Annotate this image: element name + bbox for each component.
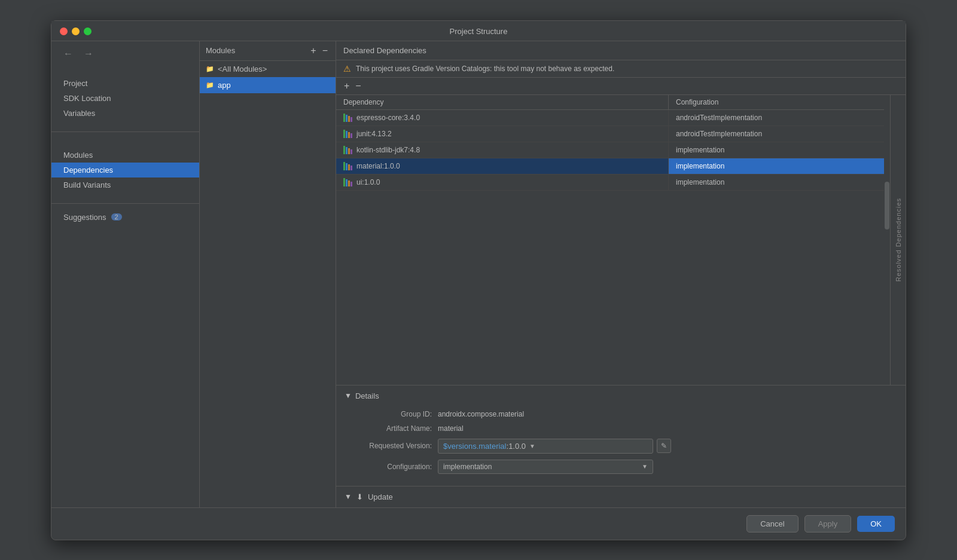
artifact-name-label: Artifact Name: [354, 424, 432, 433]
project-structure-dialog: Project Structure ← → Project SDK Locati… [51, 20, 906, 540]
details-body: Group ID: androidx.compose.material Arti… [336, 406, 906, 486]
modules-remove-button[interactable]: − [321, 46, 330, 56]
conf-cell-selected: implementation [669, 158, 884, 174]
details-section: ▼ Details Group ID: androidx.compose.mat… [336, 385, 906, 486]
table-row[interactable]: material:1.0.0 implementation [336, 158, 884, 175]
deps-remove-button[interactable]: − [353, 81, 362, 91]
update-title: Update [368, 492, 393, 501]
module-item-app[interactable]: 📁 app [200, 77, 336, 93]
detail-row-artifact: Artifact Name: material [354, 424, 888, 433]
nav-section-top: Project SDK Location Variables [51, 66, 199, 126]
svg-rect-11 [351, 149, 352, 154]
right-content: Declared Dependencies ⚠ This project use… [336, 41, 906, 507]
modules-panel-title: Modules [206, 46, 235, 55]
svg-rect-18 [348, 180, 350, 186]
dep-bar-icon [343, 146, 353, 154]
svg-rect-17 [346, 179, 348, 186]
table-row[interactable]: ui:1.0.0 implementation [336, 175, 884, 191]
sidebar-item-modules[interactable]: Modules [51, 148, 199, 163]
dep-cell: espresso-core:3.4.0 [336, 110, 669, 126]
close-button[interactable] [60, 27, 68, 35]
table-row[interactable]: espresso-core:3.4.0 androidTestImplement… [336, 110, 884, 126]
dep-cell: kotlin-stdlib-jdk7:4.8 [336, 142, 669, 158]
sidebar-item-variables[interactable]: Variables [51, 106, 199, 121]
module-app-icon: 📁 [206, 81, 214, 89]
update-header[interactable]: ▼ ⬇ Update [336, 486, 906, 507]
conf-cell: androidTestImplementation [669, 126, 884, 142]
sidebar-item-sdk-location[interactable]: SDK Location [51, 91, 199, 106]
version-plain-value: 1.0.0 [508, 442, 526, 451]
dep-name: ui:1.0.0 [356, 178, 380, 186]
sidebar-item-build-variants[interactable]: Build Variants [51, 178, 199, 192]
dialog-title: Project Structure [450, 27, 508, 36]
scrollbar-thumb[interactable] [885, 182, 889, 229]
version-dropdown[interactable]: $versions.material : 1.0.0 ▼ [438, 439, 653, 454]
deps-add-button[interactable]: + [342, 81, 351, 91]
table-row[interactable]: junit:4.13.2 androidTestImplementation [336, 126, 884, 142]
update-collapse-arrow: ▼ [345, 492, 352, 501]
dep-bar-icon [343, 178, 353, 186]
modules-header-actions: + − [309, 46, 330, 56]
module-app-label: app [218, 81, 231, 90]
svg-rect-13 [346, 163, 348, 170]
detail-row-version: Requested Version: $versions.material : … [354, 439, 888, 454]
details-header[interactable]: ▼ Details [336, 385, 906, 406]
resolved-tab-label: Resolved Dependencies [895, 198, 902, 281]
traffic-lights [60, 27, 92, 35]
maximize-button[interactable] [84, 27, 92, 35]
cancel-button[interactable]: Cancel [746, 515, 798, 533]
conf-cell: implementation [669, 175, 884, 190]
svg-rect-7 [351, 133, 352, 138]
minimize-button[interactable] [72, 27, 80, 35]
nav-divider [51, 131, 199, 132]
svg-rect-14 [348, 164, 350, 170]
table-row[interactable]: kotlin-stdlib-jdk7:4.8 implementation [336, 142, 884, 158]
forward-button[interactable]: → [81, 47, 96, 60]
modules-add-button[interactable]: + [309, 46, 318, 56]
dep-name: espresso-core:3.4.0 [356, 114, 420, 122]
version-dropdown-arrow: ▼ [529, 443, 535, 449]
nav-divider-2 [51, 203, 199, 204]
content-area: ← → Project SDK Location Variables Modul… [51, 41, 906, 507]
configuration-value: implementation [443, 463, 638, 471]
module-list: 📁 <All Modules> 📁 app [200, 61, 336, 507]
suggestions-label: Suggestions [63, 213, 106, 222]
navigation-controls: ← → [51, 41, 199, 66]
resolved-dependencies-tab[interactable]: Resolved Dependencies [890, 95, 906, 385]
conf-cell: androidTestImplementation [669, 110, 884, 126]
ok-button[interactable]: OK [857, 516, 895, 532]
deps-table: Dependency Configuration [336, 95, 884, 385]
dep-bar-icon [343, 114, 353, 122]
artifact-name-value: material [438, 424, 464, 433]
version-edit-button[interactable]: ✎ [657, 439, 671, 453]
sidebar-item-project[interactable]: Project [51, 76, 199, 91]
modules-panel-header: Modules + − [200, 41, 336, 61]
table-header: Dependency Configuration [336, 95, 884, 110]
module-item-all[interactable]: 📁 <All Modules> [200, 61, 336, 77]
modules-panel: Modules + − 📁 <All Modules> 📁 app [200, 41, 336, 507]
deps-toolbar: + − [336, 78, 906, 95]
dep-name: junit:4.13.2 [356, 130, 392, 138]
sidebar-item-suggestions[interactable]: Suggestions 2 [51, 210, 199, 225]
configuration-dropdown[interactable]: implementation ▼ [438, 460, 653, 474]
back-button[interactable]: ← [61, 47, 75, 60]
svg-rect-3 [351, 117, 352, 122]
update-download-icon: ⬇ [356, 492, 363, 501]
config-dropdown-arrow: ▼ [642, 463, 648, 470]
svg-rect-19 [351, 182, 352, 186]
dep-cell: material:1.0.0 [336, 158, 669, 174]
col-conf: Configuration [669, 95, 884, 109]
deps-header-title: Declared Dependencies [343, 46, 426, 55]
configuration-label: Configuration: [354, 463, 432, 471]
scrollbar-area[interactable] [884, 95, 890, 385]
bottom-bar: Cancel Apply OK [51, 507, 906, 540]
requested-version-label: Requested Version: [354, 442, 432, 450]
sidebar-item-dependencies[interactable]: Dependencies [51, 163, 199, 178]
version-highlight: $versions.material [443, 442, 507, 451]
warning-text: This project uses Gradle Version Catalog… [356, 65, 614, 73]
svg-rect-10 [348, 148, 350, 154]
nav-section-modules: Modules Dependencies Build Variants [51, 138, 199, 197]
col-dep: Dependency [336, 95, 669, 109]
dep-name: kotlin-stdlib-jdk7:4.8 [356, 146, 420, 154]
apply-button[interactable]: Apply [804, 515, 852, 533]
